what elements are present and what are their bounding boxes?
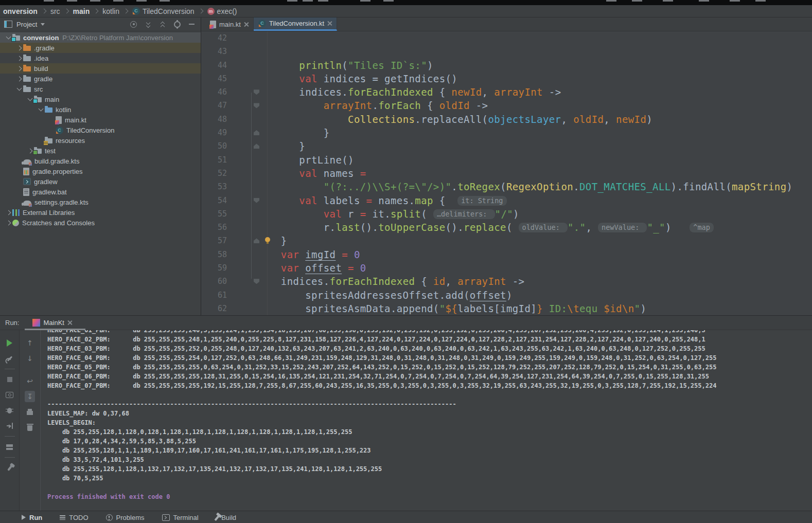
layout-icon[interactable]	[6, 444, 13, 450]
toolbar-button[interactable]: ↩	[23, 373, 37, 389]
line-number: 51	[201, 153, 235, 167]
stop-icon[interactable]	[7, 377, 12, 382]
tree-toggle-icon[interactable]	[4, 211, 12, 214]
fold-marker-icon[interactable]	[254, 279, 259, 284]
tree-item-gradle[interactable]: gradle	[0, 74, 201, 84]
collapse-icon[interactable]	[160, 21, 166, 27]
fold-marker-icon[interactable]	[254, 103, 259, 108]
tree-item-src[interactable]: src	[0, 84, 201, 94]
editor-tab-main-kt[interactable]: main.kt	[205, 17, 254, 31]
tree-item--gradle[interactable]: .gradle	[0, 43, 201, 53]
close-icon[interactable]	[327, 21, 332, 26]
project-panel-title[interactable]: Project	[16, 21, 37, 28]
locate-icon[interactable]	[130, 21, 137, 28]
tree-item-kotlin[interactable]: kotlin	[0, 104, 201, 115]
statusbar-toolwindow-run[interactable]: Run	[22, 514, 42, 521]
wrench-icon[interactable]	[7, 356, 12, 362]
statusbar-toolwindow-todo[interactable]: TODO	[60, 514, 88, 521]
line-number: 60	[201, 275, 235, 288]
statusbar-toolwindow-terminal[interactable]: Terminal	[162, 514, 199, 521]
gear-icon[interactable]	[174, 21, 181, 28]
code-line: 50 }	[201, 139, 812, 153]
tree-item-label: .idea	[34, 55, 48, 62]
toolbar-button[interactable]	[3, 335, 16, 351]
hide-icon[interactable]	[189, 24, 195, 25]
tree-toggle-icon[interactable]	[15, 46, 23, 50]
fold-marker-icon[interactable]	[254, 130, 259, 135]
tree-item-main-kt[interactable]: main.kt	[0, 115, 201, 125]
line-number: 42	[201, 31, 235, 45]
tree-item-resources[interactable]: resources	[0, 135, 201, 146]
scrollend-icon[interactable]: ↧	[27, 393, 33, 400]
fold-marker-icon[interactable]	[254, 143, 259, 149]
close-icon[interactable]	[67, 320, 72, 325]
breadcrumb-item[interactable]: onversion	[2, 7, 39, 15]
toolbar-button[interactable]	[3, 403, 16, 418]
tree-toggle-icon[interactable]	[4, 221, 12, 225]
breadcrumb-item[interactable]: main	[72, 7, 91, 15]
bug-icon[interactable]	[7, 408, 12, 413]
run-console-output[interactable]: HERO_FACE_01_PBM: db 255,255,255,240,3,2…	[41, 326, 812, 511]
toolbar-button[interactable]: ↧	[23, 389, 37, 404]
statusbar-toolwindow-build[interactable]: Build	[216, 514, 236, 521]
tree-toggle-icon[interactable]	[15, 57, 23, 60]
trash-icon[interactable]	[27, 425, 32, 431]
console-line: db 17,0,28,4,34,2,59,5,85,3,88,5,255	[47, 437, 812, 446]
camera-icon[interactable]	[6, 392, 13, 398]
print-icon[interactable]	[27, 411, 33, 415]
softwrap-icon[interactable]: ↩	[27, 377, 33, 385]
tree-item-conversion[interactable]: conversionP:\ZX\Retro Platform Jam\conve…	[0, 32, 201, 43]
tree-item-settings-gradle-kts[interactable]: settings.gradle.kts	[0, 197, 201, 207]
toolbar-button[interactable]	[3, 372, 16, 387]
tree-item-gradlew[interactable]: gradlew	[0, 176, 201, 187]
tree-item-build-gradle-kts[interactable]: build.gradle.kts	[0, 156, 201, 166]
expand-icon[interactable]	[145, 21, 151, 27]
toolbar-button[interactable]	[3, 418, 16, 434]
folder-kotlin-icon	[45, 107, 52, 113]
toolbar-button[interactable]: ↑	[23, 335, 37, 351]
breadcrumb-label: src	[50, 7, 60, 15]
toolbar-button[interactable]: ↓	[23, 351, 37, 366]
close-icon[interactable]	[244, 22, 249, 27]
breadcrumb-item[interactable]: kotlin	[101, 7, 120, 15]
tree-item-scratches-and-consoles[interactable]: Scratches and Consoles	[0, 218, 201, 228]
exit-icon[interactable]	[7, 423, 13, 429]
toolbar-button[interactable]	[3, 351, 16, 366]
toolbar-button[interactable]	[3, 460, 16, 476]
fold-marker-icon[interactable]	[254, 198, 259, 203]
tree-item-external-libraries[interactable]: External Libraries	[0, 207, 201, 218]
fold-marker-icon[interactable]	[254, 238, 259, 243]
code-editor[interactable]: 424344 println("Tiles ID`s:")45 val indi…	[201, 31, 812, 315]
tree-item-gradle-properties[interactable]: gradle.properties	[0, 166, 201, 176]
rerun-icon[interactable]	[7, 339, 12, 347]
breadcrumb-item[interactable]: CTiledConversion	[131, 7, 196, 15]
console-line: Process finished with exit code 0	[47, 492, 812, 501]
breadcrumb-item[interactable]: mexec()	[206, 7, 238, 15]
code-line: 57 }	[201, 234, 812, 247]
chevron-down-icon[interactable]	[41, 23, 45, 26]
toolbar-button[interactable]	[23, 420, 37, 435]
toolbar-button[interactable]	[3, 387, 16, 403]
toolbar-button[interactable]	[23, 404, 37, 420]
editor-tab-tiledconversion-kt[interactable]: CTiledConversion.kt	[254, 17, 337, 31]
statusbar-toolwindow-problems[interactable]: Problems	[106, 514, 145, 521]
run-tab-mainkt[interactable]: MainKt	[32, 319, 72, 327]
tree-item-main[interactable]: main	[0, 94, 201, 104]
tree-item--idea[interactable]: .idea	[0, 53, 201, 63]
tree-item-tiledconversion[interactable]: CTiledConversion	[0, 125, 201, 135]
up-icon[interactable]: ↑	[27, 339, 33, 347]
tree-item-label: src	[34, 85, 43, 93]
tree-toggle-icon[interactable]	[37, 109, 45, 111]
down-icon[interactable]: ↓	[27, 355, 33, 362]
tree-item-build[interactable]: build	[0, 63, 201, 74]
tree-toggle-icon[interactable]	[15, 88, 23, 90]
tree-item-test[interactable]: test	[0, 146, 201, 156]
tree-toggle-icon[interactable]	[15, 67, 23, 70]
fold-marker-icon[interactable]	[254, 89, 259, 95]
pin-icon[interactable]	[7, 465, 12, 471]
code-line: 54 val labels = names.map { it: String	[201, 194, 812, 207]
tree-item-gradlew-bat[interactable]: gradlew.bat	[0, 187, 201, 197]
breadcrumb-item[interactable]: src	[49, 7, 61, 15]
toolbar-button[interactable]	[3, 439, 16, 455]
tree-toggle-icon[interactable]	[15, 77, 23, 81]
